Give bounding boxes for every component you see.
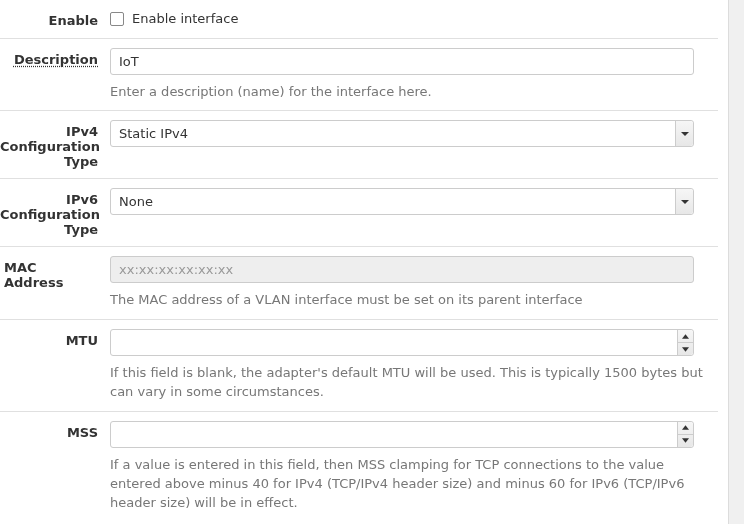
mtu-input[interactable] [110, 329, 694, 356]
step-down-icon [678, 343, 693, 355]
mac-help: The MAC address of a VLAN interface must… [110, 291, 708, 310]
number-stepper[interactable] [677, 422, 693, 447]
row-ipv6-config-type: IPv6 Configuration Type None [0, 178, 718, 246]
mss-input[interactable] [110, 421, 694, 448]
number-stepper[interactable] [677, 330, 693, 355]
mac-address-input [110, 256, 694, 283]
label-ipv6: IPv6 Configuration Type [0, 188, 110, 237]
chevron-down-icon [675, 121, 693, 146]
checkbox-box [110, 12, 124, 26]
vertical-scrollbar[interactable] [728, 0, 744, 524]
chevron-down-icon [675, 189, 693, 214]
label-mac: MAC Address [0, 256, 110, 310]
ipv4-config-value: Static IPv4 [119, 126, 188, 141]
description-help: Enter a description (name) for the inter… [110, 83, 708, 102]
enable-checkbox-label: Enable interface [132, 11, 238, 26]
ipv6-config-select[interactable]: None [110, 188, 694, 215]
ipv4-config-select[interactable]: Static IPv4 [110, 120, 694, 147]
row-mss: MSS If a value is entered in this field,… [0, 411, 718, 522]
row-mtu: MTU If this field is blank, the adapter'… [0, 319, 718, 411]
row-mac-address: MAC Address The MAC address of a VLAN in… [0, 246, 718, 319]
mss-help: If a value is entered in this field, the… [110, 456, 708, 513]
mtu-help: If this field is blank, the adapter's de… [110, 364, 708, 402]
label-description: Description [0, 48, 110, 102]
label-mtu: MTU [0, 329, 110, 402]
row-ipv4-config-type: IPv4 Configuration Type Static IPv4 [0, 110, 718, 178]
row-enable: Enable Enable interface [0, 0, 718, 38]
step-down-icon [678, 435, 693, 447]
label-mss: MSS [0, 421, 110, 513]
interface-config-form: Enable Enable interface Description Ente… [0, 0, 718, 521]
row-description: Description Enter a description (name) f… [0, 38, 718, 111]
label-ipv4: IPv4 Configuration Type [0, 120, 110, 169]
step-up-icon [678, 330, 693, 343]
step-up-icon [678, 422, 693, 435]
label-enable: Enable [0, 9, 110, 29]
enable-checkbox[interactable]: Enable interface [110, 11, 238, 26]
description-input[interactable] [110, 48, 694, 75]
ipv6-config-value: None [119, 194, 153, 209]
